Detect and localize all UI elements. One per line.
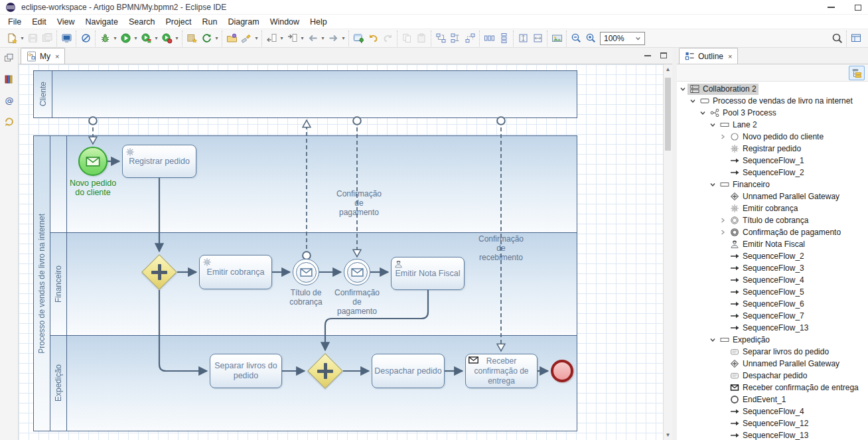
distribute-horizontal-button[interactable] (482, 31, 496, 46)
outline-tree-item[interactable]: SequenceFlow_7 (677, 310, 868, 322)
diagram-canvas[interactable]: Cliente Processo de vendas de livro na i… (19, 64, 672, 440)
match-width-button[interactable] (530, 31, 545, 46)
undo-button[interactable] (366, 31, 380, 46)
tab-outline[interactable]: Outline × (679, 48, 738, 64)
dropdown-arrow-icon[interactable]: ▾ (340, 35, 346, 41)
search-button[interactable] (830, 31, 844, 46)
new-java-project-button[interactable] (184, 31, 199, 46)
outline-tree-item[interactable]: SequenceFlow_13 (677, 322, 868, 334)
task-despachar-pedido[interactable]: Despachar pedido (372, 354, 445, 388)
outline-item-content[interactable]: Receber confirmação de entrega (727, 382, 861, 394)
task-registrar-pedido[interactable]: Registrar pedido (122, 145, 196, 178)
outline-item-content[interactable]: SequenceFlow_4 (727, 275, 806, 286)
export-image-button[interactable] (549, 31, 564, 46)
outline-item-content[interactable]: Unnamed Parallel Gateway (727, 358, 841, 370)
event-titulo-cobranca[interactable] (293, 259, 319, 285)
debug-button[interactable] (98, 31, 112, 46)
outline-tree-item[interactable]: SequenceFlow_5 (677, 286, 868, 298)
outline-tree-item[interactable]: Unnamed Parallel Gateway (677, 358, 868, 370)
scroll-up-icon[interactable]: ▲ (664, 66, 672, 72)
distribute-vertical-button[interactable] (496, 31, 511, 46)
outline-item-content[interactable]: Lane 2 (717, 119, 759, 131)
tab-close-icon[interactable]: × (55, 52, 59, 60)
outline-item-content[interactable]: SequenceFlow_7 (727, 311, 806, 322)
outline-tree-item[interactable]: Novo pedido do cliente (677, 131, 868, 143)
dropdown-arrow-icon[interactable]: ▾ (153, 35, 159, 41)
maximize-button[interactable] (855, 5, 861, 11)
refresh-task-button[interactable] (199, 31, 214, 46)
restore-view-icon[interactable] (2, 50, 17, 65)
task-emitir-cobranca[interactable]: Emitir cobrança (199, 255, 272, 289)
dropdown-arrow-icon[interactable]: ▾ (279, 35, 285, 41)
tab-my-bpmn[interactable]: My × (21, 48, 65, 64)
pin-editor-button[interactable] (351, 31, 366, 46)
open-perspective-button[interactable] (849, 31, 863, 46)
outline-item-content[interactable]: SequenceFlow_1 (727, 155, 806, 167)
task-receber-confirmacao[interactable]: Receber confirmação de entrega (465, 354, 538, 388)
outline-tree-item[interactable]: Unnamed Parallel Gateway (677, 190, 868, 202)
outline-item-content[interactable]: SequenceFlow_13 (727, 430, 810, 440)
tree-layout-button[interactable] (849, 66, 865, 80)
outline-item-content[interactable]: Emitir Nota Fiscal (727, 239, 807, 250)
outline-tree-item[interactable]: Financeiro (677, 179, 868, 190)
outline-item-content[interactable]: Separar livros do pedido (727, 346, 831, 358)
back-button[interactable] (305, 31, 320, 46)
dropdown-arrow-icon[interactable]: ▾ (253, 35, 259, 41)
menu-view[interactable]: View (52, 15, 80, 29)
save-all-button[interactable] (40, 31, 54, 46)
at-symbol-icon[interactable]: @ (2, 93, 17, 108)
outline-tree-item[interactable]: Registrar pedido (677, 143, 868, 155)
event-confirmacao-pagamento[interactable] (344, 259, 370, 285)
dropdown-arrow-icon[interactable]: ▾ (214, 35, 220, 41)
outline-tree-item[interactable]: SequenceFlow_13 (677, 429, 868, 440)
outline-tree-item[interactable]: Processo de vendas de livro na internet (677, 95, 868, 107)
outline-item-content[interactable]: Unnamed Parallel Gateway (727, 191, 841, 202)
outline-tree-item[interactable]: SequenceFlow_2 (677, 167, 868, 179)
outline-item-content[interactable]: Collaboration 2 (687, 84, 759, 95)
outline-item-content[interactable]: Despachar pedido (727, 370, 809, 382)
editor-outline-splitter[interactable] (672, 48, 677, 440)
outline-tree-item[interactable]: Receber confirmação de entrega (677, 382, 868, 394)
outline-item-content[interactable]: Expedição (717, 334, 772, 346)
new-wizard-button[interactable] (5, 31, 19, 46)
paste-button[interactable] (414, 31, 429, 46)
outline-tree-item[interactable]: Pool 3 Process (677, 107, 868, 119)
clock-history-icon[interactable] (2, 114, 17, 129)
outline-tree-item[interactable]: Expedição (677, 334, 868, 346)
menu-project[interactable]: Project (161, 15, 197, 29)
editor-vertical-scrollbar[interactable]: ▲ ▼ (663, 64, 672, 440)
outline-item-content[interactable]: Registrar pedido (727, 143, 803, 155)
outline-tree-item[interactable]: Emitir cobrança (677, 202, 868, 214)
outline-item-content[interactable]: SequenceFlow_13 (727, 323, 810, 334)
menu-help[interactable]: Help (305, 15, 332, 29)
match-height-button[interactable] (516, 31, 530, 46)
outline-tree-item[interactable]: EndEvent_1 (677, 394, 868, 405)
outline-tree-item[interactable]: SequenceFlow_2 (677, 250, 868, 262)
outline-tree-item[interactable]: SequenceFlow_12 (677, 417, 868, 429)
chevron-collapsed-icon[interactable] (718, 217, 727, 224)
chevron-expanded-icon[interactable] (708, 121, 717, 128)
dropdown-arrow-icon[interactable]: ▾ (174, 35, 180, 41)
zoom-out-button[interactable] (569, 31, 583, 46)
menu-search[interactable]: Search (123, 15, 161, 29)
task-emitir-nota-fiscal[interactable]: Emitir Nota Fiscal (391, 257, 465, 290)
outline-item-content[interactable]: SequenceFlow_12 (727, 418, 810, 429)
chevron-collapsed-icon[interactable] (718, 133, 727, 140)
console-button[interactable] (59, 31, 74, 46)
start-event-novo-pedido[interactable] (78, 147, 108, 176)
outline-item-content[interactable]: Novo pedido do cliente (727, 131, 826, 143)
outline-item-content[interactable]: Confirmação de pagamento (727, 227, 843, 238)
dropdown-arrow-icon[interactable]: ▾ (133, 35, 139, 41)
outline-tree-item[interactable]: SequenceFlow_1 (677, 155, 868, 167)
outline-item-content[interactable]: SequenceFlow_2 (727, 251, 806, 262)
dropdown-arrow-icon[interactable]: ▾ (320, 35, 326, 41)
outline-item-content[interactable]: Emitir cobrança (727, 203, 800, 214)
outline-item-content[interactable]: Pool 3 Process (707, 108, 778, 119)
dropdown-arrow-icon[interactable]: ▾ (19, 35, 25, 41)
parallel-gateway-financeiro[interactable] (147, 259, 172, 285)
tab-close-icon[interactable]: × (728, 52, 732, 60)
outline-item-content[interactable]: SequenceFlow_5 (727, 287, 806, 298)
skip-breakpoints-button[interactable] (78, 31, 93, 46)
outline-tree-item[interactable]: Collaboration 2 (677, 83, 868, 95)
menu-diagram[interactable]: Diagram (222, 15, 264, 29)
